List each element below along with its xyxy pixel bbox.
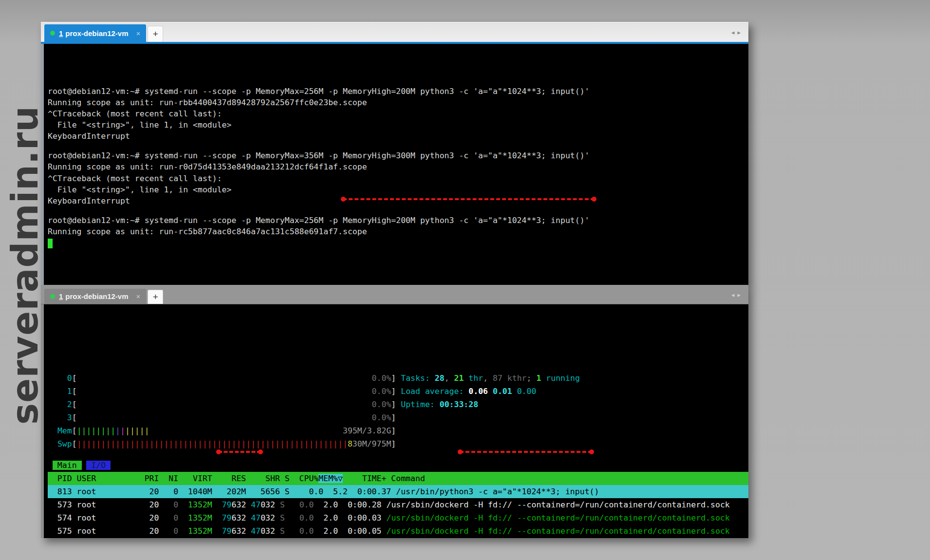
text-segment: 2.0	[314, 500, 338, 509]
text-segment	[82, 461, 87, 470]
text-segment: Mem	[57, 426, 72, 435]
terminal-line: Main I/O	[48, 459, 748, 472]
scroll-right-icon[interactable]: ▸	[737, 291, 744, 298]
text-segment: 79	[212, 500, 232, 509]
text-segment: 0	[159, 500, 178, 509]
annotation-red-underline-command	[460, 451, 592, 453]
tab-title: prox-debian12-vm	[65, 29, 128, 37]
text-segment: [	[72, 426, 77, 435]
terminal-line: root@debian12-vm:~# systemd-run --scope …	[48, 215, 748, 226]
terminal-line: 576 root 20 0 1352M 79632 47032 S 0.0 2.…	[48, 538, 748, 539]
text-segment: ||||||||	[77, 426, 115, 435]
htop-tab-io[interactable]: I/O	[86, 461, 111, 470]
text-segment: 0.0%	[372, 400, 391, 409]
terminal-output-top[interactable]: root@debian12-vm:~# systemd-run --scope …	[41, 44, 748, 285]
watermark-text: serveradmin.ru	[4, 106, 46, 425]
new-tab-button[interactable]: +	[148, 290, 163, 304]
text-segment: 0:00.03	[338, 513, 381, 523]
text-segment	[48, 400, 67, 409]
htop-output[interactable]: 0[ 0.0%] Tasks: 28, 21 thr, 87 kthr; 1 r…	[41, 304, 748, 538]
new-tab-button[interactable]: +	[148, 26, 163, 42]
terminal-line: Running scope as unit: run-rc5b877aac0c8…	[48, 226, 748, 237]
terminal-line: KeyboardInterrupt	[48, 131, 748, 142]
text-segment: 2.0	[314, 513, 338, 523]
terminal-line: 1[ 0.0%] Load average: 0.06 0.01 0.00	[48, 385, 748, 398]
terminal-line: ^CTraceback (most recent call last):	[48, 108, 748, 119]
htop-tab-main[interactable]: Main	[53, 461, 82, 470]
text-segment: 0.0%	[372, 413, 391, 422]
text-segment: ;	[527, 373, 537, 383]
text-segment: 47	[246, 500, 260, 509]
text-segment: S	[275, 513, 285, 523]
text-segment: 032	[260, 500, 275, 509]
text-segment: 79	[212, 526, 232, 536]
text-segment: 0.0	[285, 526, 314, 536]
text-segment: KeyboardInterrupt	[48, 196, 130, 205]
terminal-window-top: 1 prox-debian12-vm × + ◂▸ root@debian12-…	[41, 22, 748, 285]
text-segment: 0	[67, 373, 72, 383]
terminal-line: ^CTraceback (most recent call last):	[48, 173, 748, 184]
text-segment: thr	[464, 373, 483, 383]
terminal-line: 575 root 20 0 1352M 79632 47032 S 0.0 2.…	[48, 524, 748, 538]
text-segment: running	[541, 373, 579, 383]
text-segment: File "<string>", line 1, in <module>	[48, 120, 232, 130]
terminal-line: 574 root 20 0 1352M 79632 47032 S 0.0 2.…	[48, 511, 748, 524]
text-segment: 632	[232, 500, 246, 509]
text-segment	[77, 373, 372, 383]
tab-scroll-arrows[interactable]: ◂▸	[731, 29, 744, 36]
text-segment: S	[275, 526, 285, 536]
text-segment: [	[72, 413, 77, 422]
tab-prox-debian12-vm-bottom[interactable]: 1 prox-debian12-vm ×	[44, 289, 146, 304]
text-segment: 0:00.05	[338, 526, 381, 536]
text-segment: ]	[391, 387, 401, 396]
terminal-line: Swp[||||||||||||||||||||||||||||||||||||…	[48, 437, 748, 450]
text-segment: 0.0%	[372, 373, 391, 383]
tab-number: 1	[59, 292, 63, 300]
text-segment: [	[72, 373, 77, 383]
text-segment: S	[275, 500, 285, 509]
tab-bar-top: 1 prox-debian12-vm × + ◂▸	[41, 22, 748, 44]
annotation-red-underline-memoryhigh	[343, 198, 595, 200]
text-segment: ]	[391, 439, 396, 448]
text-segment: 032	[260, 513, 275, 523]
terminal-line: 3[ 0.0%]	[48, 411, 748, 424]
text-segment	[149, 426, 343, 435]
tab-title: prox-debian12-vm	[65, 292, 128, 300]
text-segment: 00:33:28	[440, 400, 478, 409]
text-segment: KeyboardInterrupt	[48, 131, 130, 141]
close-tab-icon[interactable]: ×	[136, 29, 141, 37]
text-segment: 632	[232, 526, 246, 536]
tab-prox-debian12-vm-top[interactable]: 1 prox-debian12-vm ×	[44, 24, 146, 42]
text-segment: Load average:	[401, 387, 468, 396]
text-segment	[77, 413, 372, 422]
text-segment: root@debian12-vm:~# systemd-run --scope …	[48, 87, 590, 96]
scroll-left-icon[interactable]: ◂	[731, 291, 738, 298]
close-tab-icon[interactable]: ×	[136, 292, 141, 300]
scroll-right-icon[interactable]: ▸	[737, 29, 744, 36]
text-segment: 1	[536, 373, 541, 383]
terminal-line: Mem[||||||||||||||| 395M/3.82G]	[48, 424, 748, 437]
text-segment: [	[72, 439, 77, 448]
tab-scroll-arrows[interactable]: ◂▸	[731, 291, 744, 298]
text-segment: 47	[246, 513, 260, 523]
text-segment: 0.00	[517, 387, 537, 396]
text-segment: 0.0%	[372, 387, 391, 396]
terminal-line: 573 root 20 0 1352M 79632 47032 S 0.0 2.…	[48, 498, 748, 511]
text-segment: 79	[212, 513, 232, 523]
text-segment: 1352M	[178, 513, 212, 523]
terminal-line	[48, 450, 748, 459]
text-segment: File "<string>", line 1, in <module>	[48, 185, 232, 194]
text-segment: 2	[67, 400, 72, 409]
scroll-left-icon[interactable]: ◂	[731, 29, 738, 36]
text-segment: ^CTraceback (most recent call last):	[48, 109, 222, 118]
htop-selected-row: 813 root 20 0 1040M 202M 5656 S 0.0 5.2 …	[48, 485, 748, 498]
terminal-line: File "<string>", line 1, in <module>	[48, 184, 748, 195]
text-segment: 30M/975M	[353, 439, 391, 448]
sort-column-mem[interactable]: MEM%▽	[318, 474, 343, 483]
text-segment: 1352M	[178, 500, 212, 509]
text-segment: root@debian12-vm:~# systemd-run --scope …	[48, 216, 590, 225]
terminal-line: 0[ 0.0%] Tasks: 28, 21 thr, 87 kthr; 1 r…	[48, 372, 748, 385]
terminal-line: root@debian12-vm:~# systemd-run --scope …	[48, 86, 748, 97]
text-segment	[48, 413, 67, 422]
text-segment: 1	[67, 387, 72, 396]
